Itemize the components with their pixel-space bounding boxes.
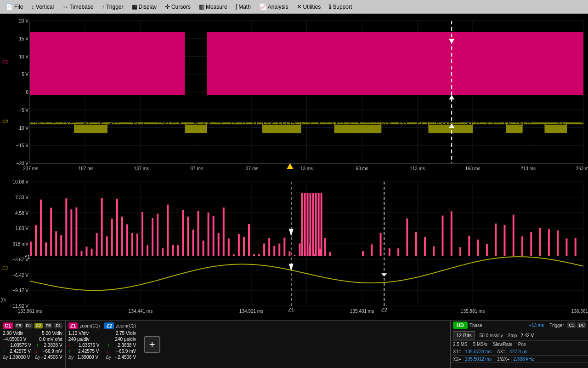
channel-z1-v1: 1.03575 V bbox=[79, 343, 100, 348]
ms-label: 2.5 MS bbox=[453, 342, 468, 347]
math-icon: ∫ bbox=[236, 3, 237, 10]
menu-cursors-label: Cursors bbox=[171, 4, 191, 10]
channel-z1-v2: 2.42575 V bbox=[78, 349, 99, 354]
menu-analysis[interactable]: 📈 Analysis bbox=[255, 2, 292, 12]
measure-icon: ▥ bbox=[199, 3, 204, 10]
add-channel-button[interactable]: + bbox=[144, 336, 160, 353]
menu-utilities[interactable]: ✕ Utilities bbox=[293, 2, 325, 12]
main-waveform-canvas[interactable] bbox=[0, 14, 588, 177]
inv-dx-label: 1/ΔX= bbox=[497, 356, 510, 362]
trigger-badge-c1: C1 bbox=[567, 322, 576, 328]
channel-z1-dy-row: Δy 1.39000 V Δy −2.4506 V bbox=[68, 354, 136, 360]
channel-c1-offset: −4.05000 V bbox=[3, 337, 26, 342]
menu-display-label: Display bbox=[139, 4, 157, 10]
channel-z1-v2-row: ↑ 2.42575 V ↓ −66.9 mV bbox=[68, 348, 136, 354]
channel-c2-dy: −2.4506 V bbox=[41, 355, 62, 360]
channel-c1-v1-row: ↓ 1.03575 V ↑ 2.3838 V bbox=[3, 342, 62, 348]
stop-val: 2.42 V bbox=[520, 333, 534, 338]
channel-c1-arr2: ↑ bbox=[3, 349, 5, 354]
channel-z1-arr2: ↑ bbox=[68, 349, 71, 354]
right-panel: HD Tbase −13 ms Trigger C1 DC 12 Bits 50… bbox=[450, 321, 588, 368]
channel-z1-vdiv: 1.10 V/div bbox=[68, 331, 89, 336]
channel-z1-tdiv: 240 μs/div bbox=[68, 337, 90, 342]
rp-x1-row: X1= 135.0734 ms ΔX= 427.8 μs bbox=[451, 348, 588, 356]
channel-c1-block: C1 FB D1 C2 FB D1 2.00 V/div 5.00 V/div … bbox=[0, 321, 66, 368]
menu-display[interactable]: ▦ Display bbox=[128, 2, 160, 12]
channel-z1-sublabel: zoom(C1) bbox=[79, 323, 100, 328]
channel-c1-label: C1 bbox=[3, 322, 13, 329]
hd-button[interactable]: HD bbox=[453, 322, 468, 329]
channel-c1-badge-fb: FB bbox=[15, 323, 23, 328]
channel-c2-dy-label: Δy bbox=[35, 355, 40, 360]
channel-z2-arr2: ↓ bbox=[107, 349, 109, 354]
channel-c1-v2: 2.42575 V bbox=[10, 349, 31, 354]
menu-cursors[interactable]: ✛ Cursors bbox=[161, 2, 194, 12]
channel-c1-vdiv-row: 2.00 V/div 5.00 V/div bbox=[3, 330, 62, 336]
menu-support-label: Support bbox=[333, 4, 352, 10]
menu-measure-label: Measure bbox=[206, 4, 227, 10]
menu-measure[interactable]: ▥ Measure bbox=[195, 2, 231, 12]
bits-display: 12 Bits bbox=[453, 331, 475, 339]
menu-file-label: File bbox=[14, 4, 23, 10]
display-icon: ▦ bbox=[132, 3, 137, 10]
channel-c2-v2: −66.9 mV bbox=[43, 349, 62, 354]
rp-hd-row: HD Tbase −13 ms Trigger C1 DC bbox=[451, 321, 588, 330]
channel-c2-badge-d1: D1 bbox=[54, 323, 62, 328]
menu-trigger-label: Trigger bbox=[106, 4, 124, 10]
channel-c2-badge-fb: FB bbox=[45, 323, 53, 328]
file-icon: 📄 bbox=[6, 3, 13, 10]
rp-x2-row: X2= 135.5012 ms 1/ΔX= 2.338 kHz bbox=[451, 356, 588, 363]
channel-z1-v1-row: ↓ 1.03575 V ↑ 2.3838 V bbox=[68, 342, 136, 348]
timebase-icon: ↔ bbox=[62, 3, 68, 10]
menu-bar: 📄 File ↕ Vertical ↔ Timebase ↑ Trigger ▦… bbox=[0, 0, 588, 14]
inv-dx-val: 2.338 kHz bbox=[513, 356, 534, 362]
slew-label: SlewRate bbox=[493, 342, 513, 347]
trigger-badge-dc: DC bbox=[577, 322, 586, 328]
channel-z1-dy-label: Δy bbox=[68, 355, 74, 360]
channel-z1-block: Z1 zoom(C1) Z2 zoom(C2) 1.10 V/div 2.75 … bbox=[66, 321, 140, 368]
menu-analysis-label: Analysis bbox=[268, 4, 288, 10]
channel-c2-offset: 0.0 mV ofst bbox=[39, 337, 62, 342]
menu-file[interactable]: 📄 File bbox=[2, 2, 27, 12]
main-waveform-display bbox=[0, 14, 588, 177]
channel-z2-vdiv: 2.75 V/div bbox=[116, 331, 136, 336]
menu-timebase[interactable]: ↔ Timebase bbox=[58, 2, 97, 12]
x1-label: X1= bbox=[453, 349, 461, 354]
tbase-val: −13 ms bbox=[529, 323, 544, 328]
channel-z1-arr1: ↓ bbox=[68, 343, 71, 348]
vertical-icon: ↕ bbox=[31, 3, 34, 10]
zoom-waveform-canvas[interactable] bbox=[0, 177, 588, 320]
menu-math[interactable]: ∫ Math bbox=[232, 2, 254, 12]
menu-utilities-label: Utilities bbox=[303, 4, 321, 10]
trigger-label: Trigger bbox=[549, 323, 564, 328]
channel-c2-v1: 2.3838 V bbox=[44, 343, 62, 348]
channel-c1-arr1: ↓ bbox=[3, 343, 5, 348]
channel-z1-tdiv-row: 240 μs/div 240 μs/div bbox=[68, 336, 136, 342]
channel-z2-sublabel: zoom(C2) bbox=[116, 323, 136, 328]
channel-c2-vdiv: 5.00 V/div bbox=[42, 331, 62, 336]
trigger-icon: ↑ bbox=[102, 3, 105, 10]
dx-val: 427.8 μs bbox=[509, 349, 527, 354]
x1-val: 135.0734 ms bbox=[465, 349, 492, 354]
channel-z2-tdiv: 240 μs/div bbox=[115, 337, 136, 342]
channel-z1-header: Z1 zoom(C1) Z2 zoom(C2) bbox=[68, 322, 136, 329]
menu-trigger[interactable]: ↑ Trigger bbox=[98, 2, 127, 12]
analysis-icon: 📈 bbox=[259, 3, 266, 10]
channel-c1-vdiv: 2.00 V/div bbox=[3, 331, 23, 336]
channel-c2-arr1: ↑ bbox=[36, 343, 39, 348]
dx-label: ΔX= bbox=[497, 349, 506, 354]
tbase-label: Tbase bbox=[469, 323, 482, 328]
menu-support[interactable]: ℹ Support bbox=[325, 2, 356, 12]
menu-timebase-label: Timebase bbox=[69, 4, 93, 10]
menu-vertical-label: Vertical bbox=[36, 4, 54, 10]
channel-z2-label: Z2 bbox=[104, 322, 114, 329]
zoom-waveform-display bbox=[0, 177, 588, 320]
add-channel-area: + bbox=[139, 321, 165, 368]
menu-vertical[interactable]: ↕ Vertical bbox=[28, 2, 57, 12]
support-icon: ℹ bbox=[329, 3, 331, 10]
mss-label: 5 MS/s bbox=[473, 342, 487, 347]
channel-z1-label: Z1 bbox=[68, 322, 78, 329]
channel-z2-arr1: ↑ bbox=[107, 343, 110, 348]
channel-z1-vdiv-row: 1.10 V/div 2.75 V/div bbox=[68, 330, 136, 336]
channel-z2-v2: −66.9 mV bbox=[116, 349, 136, 354]
